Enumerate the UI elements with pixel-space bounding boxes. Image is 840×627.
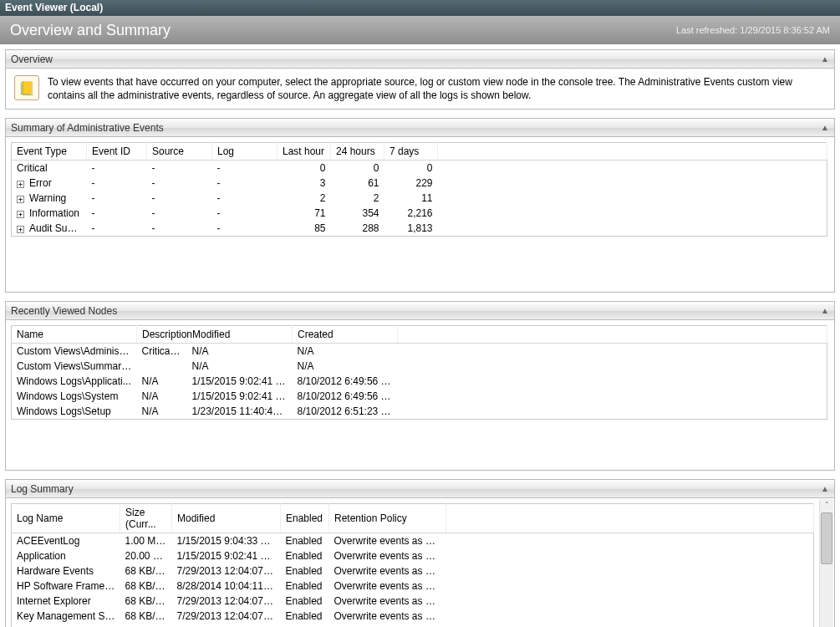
cell-id: - [87,221,147,237]
log-summary-table: Log Name Size (Curr... Modified Enabled … [11,503,814,627]
cell-created: 8/10/2012 6:49:56 PM [293,389,398,404]
col-name[interactable]: Name [12,326,137,344]
event-type-label: Warning [29,192,66,204]
summary-row[interactable]: +Audit Success---852881,813 [12,221,827,237]
cell-source: - [147,176,212,191]
scroll-thumb[interactable] [821,512,832,564]
cell-modified: 1/16/2015 9:01:07 AM [172,624,281,627]
log-scrollbar[interactable]: ˄ ˅ [819,499,833,627]
recent-header-row: Name Description Modified Created [12,326,827,344]
overview-panel-header[interactable]: Overview ▲ [6,50,834,69]
cell-retention: Overwrite events as nec... [329,533,446,549]
cell-d7: 11 [384,191,438,206]
log-row[interactable]: Key Management Service68 KB/20 ...7/29/2… [12,609,814,624]
cell-size: 68 KB/1.0... [120,594,172,609]
summary-header-row: Event Type Event ID Source Log Last hour… [12,143,827,161]
summary-row[interactable]: +Error---361229 [12,176,827,191]
cell-enabled: Enabled [281,563,329,579]
cell-retention: Overwrite events as nec... [329,609,446,624]
summary-panel-header[interactable]: Summary of Administrative Events ▲ [6,119,834,137]
event-type-label: Audit Success [29,222,87,234]
cell-modified: 1/23/2015 11:40:42 AM [187,404,293,420]
col-enabled[interactable]: Enabled [281,504,329,533]
cell-created: N/A [293,344,398,359]
recent-nodes-panel-header[interactable]: Recently Viewed Nodes ▲ [6,302,834,320]
cell-d7: 229 [384,176,438,191]
cell-modified: 1/15/2015 9:04:33 PM [172,533,281,549]
expand-icon[interactable]: + [17,211,24,218]
col-modified[interactable]: Modified [187,326,293,344]
log-summary-panel-header[interactable]: Log Summary ▲ [6,480,834,498]
overview-text: To view events that have occurred on you… [48,75,826,102]
cell-enabled: Enabled [281,579,329,594]
log-row[interactable]: Application20.00 MB/...1/15/2015 9:02:41… [12,548,814,563]
log-row[interactable]: ACEEventLog1.00 MB/1...1/15/2015 9:04:33… [12,533,814,549]
cell-retention: Overwrite events as nec... [329,579,446,594]
col-7-days[interactable]: 7 days [384,143,438,161]
cell-created: 8/10/2012 6:49:56 PM [293,374,398,389]
col-retention[interactable]: Retention Policy [329,504,446,533]
cell-source: - [147,161,212,176]
col-24-hours[interactable]: 24 hours [331,143,384,161]
recent-nodes-table: Name Description Modified Created Custom… [11,325,827,420]
col-size[interactable]: Size (Curr... [120,504,172,533]
col-event-type[interactable]: Event Type [12,143,87,161]
log-row[interactable]: Hardware Events68 KB/20 ...7/29/2013 12:… [12,563,814,579]
log-summary-panel: Log Summary ▲ Log Name Size (Curr... Mod… [5,479,835,627]
cell-description [137,359,187,374]
expand-icon[interactable]: + [17,181,24,188]
cell-description: N/A [137,374,187,389]
cell-source: - [147,206,212,221]
cell-size: 68 KB/20 ... [120,563,172,579]
cell-modified: 7/29/2013 12:04:07 PM [172,563,281,579]
scroll-up-icon[interactable]: ˄ [825,499,829,511]
col-description[interactable]: Description [137,326,187,344]
cell-id: - [87,206,147,221]
log-summary-panel-title: Log Summary [11,483,74,495]
col-last-hour[interactable]: Last hour [277,143,331,161]
cell-name: Windows Logs\System [12,389,137,404]
col-log-name[interactable]: Log Name [12,504,120,533]
collapse-icon[interactable]: ▲ [821,306,829,315]
collapse-icon[interactable]: ▲ [821,123,829,132]
cell-log: - [212,161,277,176]
col-log[interactable]: Log [212,143,277,161]
event-type-label: Critical [17,162,48,174]
col-source[interactable]: Source [147,143,212,161]
col-modified[interactable]: Modified [172,504,281,533]
cell-name: Windows Logs\Setup [12,404,137,420]
last-refreshed: Last refreshed: 1/29/2015 8:36:52 AM [676,25,830,35]
cell-description: N/A [137,389,187,404]
col-event-id[interactable]: Event ID [87,143,147,161]
collapse-icon[interactable]: ▲ [821,54,829,64]
expand-icon[interactable]: + [17,196,24,203]
cell-enabled: Enabled [281,533,329,549]
recent-node-row[interactable]: Windows Logs\SystemN/A1/15/2015 9:02:41 … [12,389,827,404]
event-type-label: Error [29,177,52,189]
summary-row[interactable]: +Information---713542,216 [12,206,827,221]
recent-node-row[interactable]: Custom Views\Administr...Critical, Er...… [12,344,827,359]
summary-panel-title: Summary of Administrative Events [11,122,164,134]
recent-nodes-panel-title: Recently Viewed Nodes [11,305,117,317]
cell-id: - [87,191,147,206]
log-row[interactable]: Internet Explorer68 KB/1.0...7/29/2013 1… [12,594,814,609]
window-title: Event Viewer (Local) [5,2,103,13]
recent-node-row[interactable]: Windows Logs\Applicati...N/A1/15/2015 9:… [12,374,827,389]
cell-retention: Overwrite events as nec... [329,563,446,579]
cell-d7: 0 [384,161,438,176]
summary-row[interactable]: +Warning---2211 [12,191,827,206]
cell-h24: 288 [331,221,384,237]
log-row[interactable]: HP Software Framework68 KB/1.0...8/28/20… [12,579,814,594]
summary-panel: Summary of Administrative Events ▲ Event… [5,118,835,293]
recent-node-row[interactable]: Windows Logs\SetupN/A1/23/2015 11:40:42 … [12,404,827,420]
log-row[interactable]: Microsoft Office Alerts1.00 MB/1...1/16/… [12,624,814,627]
cell-log: - [212,176,277,191]
col-created[interactable]: Created [293,326,398,344]
summary-row[interactable]: Critical---000 [12,161,827,176]
collapse-icon[interactable]: ▲ [821,484,829,493]
cell-name: Key Management Service [12,609,120,624]
recent-node-row[interactable]: Custom Views\Summary...N/AN/A [12,359,827,374]
expand-icon[interactable]: + [17,226,24,233]
cell-modified: N/A [187,344,293,359]
cell-retention: Overwrite events as nec... [329,624,446,627]
